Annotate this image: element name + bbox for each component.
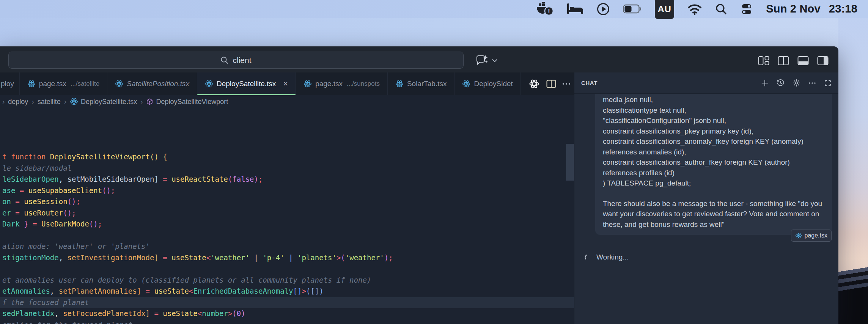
tab-page-tsx[interactable]: page.tsx.../sunspots [296, 72, 388, 95]
split-editor-right-icon[interactable] [546, 80, 556, 88]
breadcrumb-item-deploy[interactable]: deploy [8, 98, 28, 106]
battery-icon[interactable] [623, 0, 642, 18]
code-line: ation mode: 'weather' or 'planets' [0, 241, 574, 252]
code-lines: t function DeploySatelliteViewport() {le… [0, 151, 574, 324]
user-message-bubble: media json null,classificationtype text … [595, 94, 832, 235]
svg-text:!: ! [548, 8, 550, 14]
file-reference-chip[interactable]: page.tsx [791, 230, 832, 242]
code-line: Dark } = UseDarkMode(); [0, 219, 574, 230]
chat-panel: CHAT [574, 72, 838, 324]
sql-line: constraint classifications_anomaly_fkey … [603, 136, 824, 147]
code-line: er = useRouter(); [0, 208, 574, 219]
react-icon [303, 80, 312, 88]
chevron-down-icon [492, 59, 497, 62]
menubar-clock[interactable]: Sun 2 Nov 23:18 [766, 3, 857, 15]
react-icon [70, 98, 78, 105]
tabbar-actions [528, 72, 571, 95]
wallpaper-photo-detail [838, 252, 868, 324]
working-label: Working... [596, 253, 629, 261]
codex-openai-icon[interactable] [528, 78, 540, 90]
tab-satelliteposition-tsx[interactable]: SatellitePosition.tsx [107, 72, 197, 95]
breadcrumb-label: DeploySatelliteViewport [156, 98, 228, 106]
breadcrumb-item-deploysatellite.tsx[interactable]: DeploySatellite.tsx [70, 98, 137, 106]
code-line: omalies for the focused planet [0, 319, 574, 324]
toggle-panel-icon[interactable] [797, 56, 809, 66]
tab-deploysatellite-tsx[interactable]: DeploySatellite.tsx× [197, 72, 296, 95]
react-icon [395, 80, 404, 88]
breadcrumb-label: DeploySatellite.tsx [81, 98, 137, 106]
chat-body: media json null,classificationtype text … [574, 94, 838, 324]
split-editor-icon[interactable] [778, 56, 789, 66]
chip-label: page.tsx [805, 232, 827, 239]
code-line: ase = useSupabaseClient(); [0, 185, 574, 197]
toggle-secondary-sidebar-icon[interactable] [817, 56, 829, 66]
search-icon [220, 56, 229, 64]
breadcrumb-separator: › [2, 98, 5, 106]
desktop-wallpaper [838, 0, 868, 324]
chat-header: CHAT [574, 72, 838, 94]
tab-label: SatellitePosition.tsx [127, 80, 189, 88]
sql-line: constraint classifications_pkey primary … [603, 126, 824, 137]
code-line [0, 230, 574, 241]
input-source-indicator[interactable]: AU [655, 0, 675, 19]
tab-deploysidet[interactable]: DeploySidet [454, 72, 520, 95]
tab-label: page.tsx [315, 80, 343, 88]
message-paragraph: There should also be a message to the us… [603, 198, 824, 230]
tab-ploy[interactable]: ploy [0, 72, 20, 95]
breadcrumb: ›deploy›satellite›DeploySatellite.tsx›De… [0, 95, 576, 108]
breadcrumb-item-satellite[interactable]: satellite [38, 98, 61, 106]
ai-chat-button[interactable] [475, 54, 497, 66]
sql-line: ) TABLESPACE pg_default; [603, 178, 824, 189]
play-icon[interactable] [596, 0, 610, 18]
tab-label: DeploySatellite.tsx [217, 80, 276, 88]
react-icon [205, 80, 213, 88]
search-value: client [233, 56, 251, 65]
code-editor[interactable]: t function DeploySatelliteViewport() {le… [0, 108, 574, 324]
react-icon [115, 80, 123, 88]
code-line: etAnomalies, setPlanetAnomalies] = useSt… [0, 286, 574, 297]
breadcrumb-separator: › [140, 98, 143, 106]
tab-label: DeploySidet [474, 80, 513, 88]
sql-line: media json null, [603, 94, 824, 105]
new-chat-icon[interactable] [761, 79, 769, 87]
react-icon [795, 233, 802, 239]
breadcrumb-separator: › [31, 98, 34, 106]
more-options-icon[interactable] [808, 82, 816, 84]
breadcrumb-item-deploysatelliteviewport[interactable]: DeploySatelliteViewport [146, 98, 228, 106]
symbol-class-icon [146, 98, 153, 105]
editor-scrollbar-thumb[interactable] [566, 144, 574, 181]
code-line-current: f the focused planet [0, 297, 574, 308]
customize-layout-icon[interactable] [758, 56, 769, 66]
breadcrumb-separator: › [64, 98, 66, 106]
working-status: Working... [584, 253, 629, 261]
code-line: le sidebar/modal [0, 163, 574, 174]
tab-solartab-tsx[interactable]: SolarTab.tsx [388, 72, 455, 95]
docker-update-icon[interactable]: ! [536, 0, 554, 18]
more-actions-icon[interactable] [562, 82, 571, 85]
tab-close-icon[interactable]: × [283, 80, 288, 88]
menubar-date: Sun 2 Nov [766, 3, 821, 15]
react-icon [27, 80, 36, 88]
tab-label: ploy [1, 80, 14, 88]
message-sql-block: media json null,classificationtype text … [603, 94, 824, 189]
editor-tabbar: ploypage.tsx.../satelliteSatellitePositi… [0, 72, 574, 96]
history-icon[interactable] [777, 79, 785, 87]
tab-page-tsx[interactable]: page.tsx.../satellite [20, 72, 107, 95]
macos-menubar: ! AU [0, 0, 868, 18]
spotlight-search-icon[interactable] [715, 0, 727, 18]
sql-line: "classificationConfiguration" jsonb null… [603, 115, 824, 126]
bed-icon[interactable] [567, 0, 583, 18]
code-line: et anomalies user can deploy to (classif… [0, 275, 574, 286]
command-center-search[interactable]: client [8, 52, 464, 69]
wifi-icon[interactable] [687, 0, 702, 18]
code-line: on = useSession(); [0, 196, 574, 208]
tab-detail: .../satellite [71, 80, 100, 88]
chat-title: CHAT [581, 80, 598, 86]
expand-icon[interactable] [824, 79, 832, 87]
control-center-icon[interactable] [740, 0, 753, 18]
spinner-icon [584, 254, 591, 261]
tab-label: SolarTab.tsx [407, 80, 447, 88]
breadcrumb-label: satellite [38, 98, 61, 106]
code-line: stigationMode, setInvestigationMode] = u… [0, 252, 574, 264]
settings-gear-icon[interactable] [793, 79, 800, 87]
